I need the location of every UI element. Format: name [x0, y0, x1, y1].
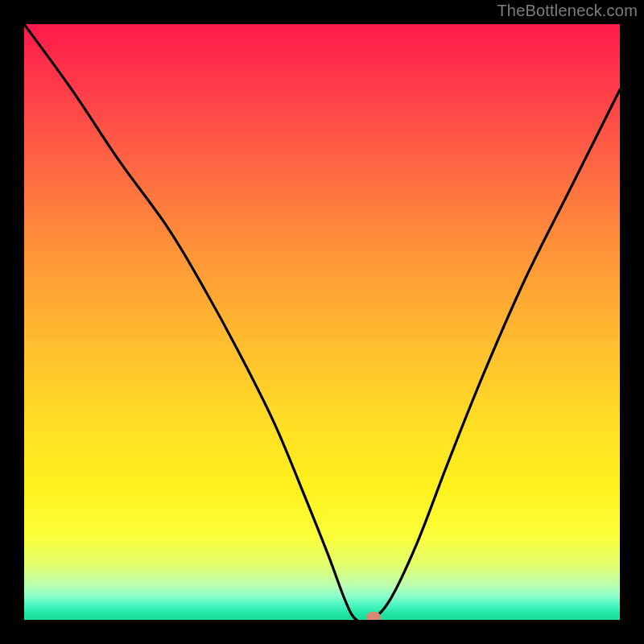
plot-area [24, 24, 620, 620]
optimal-point-marker [366, 612, 381, 620]
bottleneck-curve [24, 24, 620, 620]
chart-frame: TheBottleneck.com [0, 0, 644, 644]
attribution-text: TheBottleneck.com [497, 2, 638, 20]
